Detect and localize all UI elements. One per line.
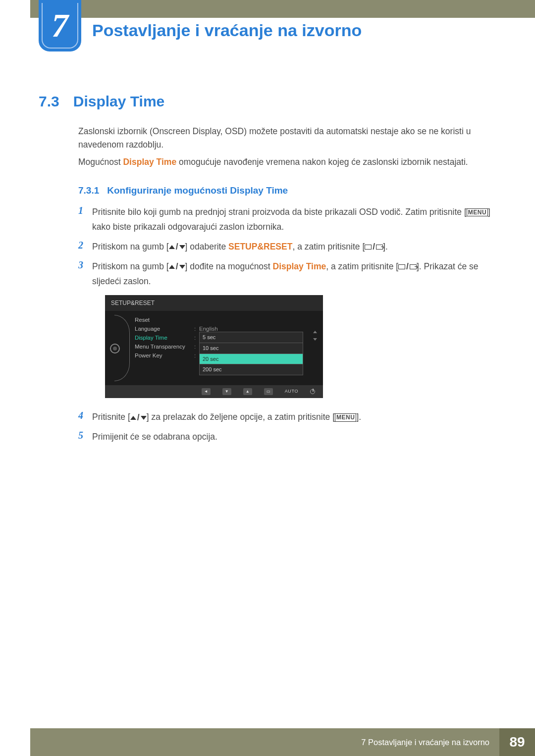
setup-reset-highlight: SETUP&RESET [228, 242, 292, 252]
tick-up-icon [313, 331, 317, 333]
triangle-down-icon [179, 245, 185, 249]
osd-option-2-selected: 20 sec [199, 353, 303, 364]
footer-left-gap [0, 728, 30, 756]
screen-enter-icon: / [398, 259, 417, 274]
step-3-text: Pritiskom na gumb [/] dođite na mogućnos… [92, 259, 496, 405]
osd-display-time-label: Display Time [135, 333, 194, 343]
step-2-b: ] odaberite [185, 242, 229, 252]
osd-option-0: 5 sec [199, 332, 303, 343]
osd-footer-auto: AUTO [285, 388, 298, 395]
osd-language-label: Language [135, 324, 194, 334]
intro2-highlight: Display Time [123, 157, 176, 167]
step-4-number: 4 [78, 410, 92, 425]
triangle-up-icon [130, 416, 136, 420]
step-1-a: Pritisnite bilo koji gumb na prednjoj st… [92, 207, 467, 217]
screen-icon [398, 264, 405, 269]
up-down-icon: / [169, 240, 185, 254]
gear-icon [110, 344, 120, 353]
intro-paragraph-1: Zaslonski izbornik (Onscreen Display, OS… [78, 125, 496, 151]
osd-option-3: 200 sec [199, 364, 303, 375]
step-1-text: Pritisnite bilo koji gumb na prednjoj st… [92, 205, 496, 235]
enter-icon [376, 245, 383, 250]
up-down-icon: / [130, 410, 147, 425]
page-footer: 7 Postavljanje i vraćanje na izvorno 89 [0, 728, 535, 756]
subsection-number: 7.3.1 [78, 185, 99, 196]
chapter-title: Postavljanje i vraćanje na izvorno [92, 21, 362, 40]
step-2-text: Pritiskom na gumb [/] odaberite SETUP&RE… [92, 240, 496, 254]
screen-enter-icon: / [365, 240, 383, 254]
triangle-up-icon [169, 265, 175, 269]
footer-chapter-label: 7 Postavljanje i vraćanje na izvorno [30, 728, 499, 756]
osd-transparency-label: Menu Transparency [135, 342, 194, 352]
osd-title: SETUP&RESET [105, 295, 323, 311]
osd-body: Reset Language:English Display Time: Men… [105, 311, 323, 385]
step-4-b: ] za prelazak do željene opcije, a zatim… [147, 412, 335, 422]
osd-options-popup: 5 sec 10 sec 20 sec 200 sec [199, 332, 303, 375]
step-4: 4 Pritisnite [/] za prelazak do željene … [78, 410, 496, 425]
step-4-c: ]. [356, 412, 361, 422]
section-heading: 7.3Display Time [39, 93, 164, 110]
header-strip [30, 0, 535, 18]
step-4-text: Pritisnite [/] za prelazak do željene op… [92, 410, 496, 425]
triangle-down-icon [179, 265, 185, 269]
step-3-number: 3 [78, 259, 92, 405]
step-5: 5 Primijenit će se odabrana opcija. [78, 430, 496, 445]
step-2: 2 Pritiskom na gumb [/] odaberite SETUP&… [78, 240, 496, 254]
step-3-c: , a zatim pritisnite [ [326, 261, 398, 271]
intro-paragraph-2: Mogućnost Display Time omogućuje navođen… [78, 155, 496, 169]
step-1: 1 Pritisnite bilo koji gumb na prednjoj … [78, 205, 496, 235]
footer-page-number: 89 [499, 728, 535, 756]
step-2-c: , a zatim pritisnite [ [292, 242, 365, 252]
osd-footer-up-icon: ▲ [243, 388, 252, 395]
subsection-heading: 7.3.1Konfiguriranje mogućnosti Display T… [78, 185, 288, 196]
display-time-highlight: Display Time [273, 261, 326, 271]
osd-curve-decoration [105, 311, 132, 385]
intro2-tail: omogućuje navođenje vremena nakon kojeg … [176, 157, 468, 167]
screen-icon [365, 245, 372, 250]
osd-footer-enter-icon: ▭ [264, 388, 273, 395]
step-2-number: 2 [78, 240, 92, 254]
menu-key-icon: MENU [335, 413, 356, 421]
osd-power-key-label: Power Key [135, 351, 194, 361]
step-2-a: Pritiskom na gumb [ [92, 242, 169, 252]
step-3: 3 Pritiskom na gumb [/] dođite na mogućn… [78, 259, 496, 405]
osd-option-1: 10 sec [199, 343, 303, 353]
menu-key-icon: MENU [467, 208, 488, 216]
chapter-number: 7 [52, 6, 68, 45]
osd-scroll-ticks [313, 331, 317, 341]
osd-footer-left-icon: ◄ [202, 388, 211, 395]
osd-item-reset: Reset [135, 316, 323, 325]
subsection-title: Konfiguriranje mogućnosti Display Time [107, 185, 288, 196]
power-icon [310, 389, 315, 394]
section-title: Display Time [73, 93, 165, 109]
up-down-icon: / [169, 259, 185, 274]
osd-reset-label: Reset [135, 315, 194, 325]
chapter-tab-inner: 7 [42, 3, 78, 49]
steps-list: 1 Pritisnite bilo koji gumb na prednjoj … [78, 205, 496, 450]
enter-icon [410, 264, 417, 269]
intro2-lead: Mogućnost [78, 157, 123, 167]
step-3-b: ] dođite na mogućnost [185, 261, 273, 271]
osd-footer: ◄ ▼ ▲ ▭ AUTO [105, 385, 323, 398]
osd-footer-down-icon: ▼ [222, 388, 231, 395]
osd-screenshot: SETUP&RESET Reset Language:English Displ… [105, 295, 323, 398]
section-number: 7.3 [39, 93, 59, 109]
chapter-tab: 7 [39, 0, 81, 51]
tick-down-icon [313, 338, 317, 341]
triangle-down-icon [141, 416, 147, 420]
step-5-text: Primijenit će se odabrana opcija. [92, 430, 496, 445]
step-3-a: Pritiskom na gumb [ [92, 261, 169, 271]
step-5-number: 5 [78, 430, 92, 445]
triangle-up-icon [169, 245, 175, 249]
step-4-a: Pritisnite [ [92, 412, 130, 422]
step-1-number: 1 [78, 205, 92, 235]
